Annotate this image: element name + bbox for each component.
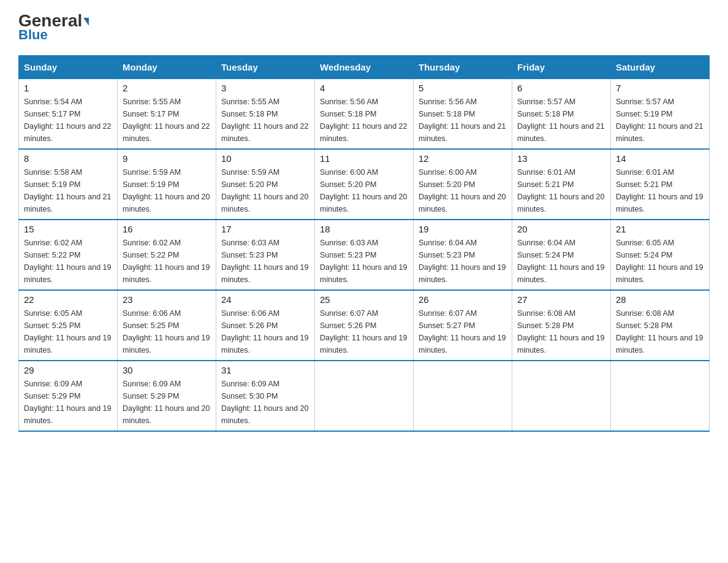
calendar-cell: 21Sunrise: 6:05 AMSunset: 5:24 PMDayligh… xyxy=(611,220,710,290)
day-number: 26 xyxy=(419,294,507,305)
day-info: Sunrise: 5:54 AMSunset: 5:17 PMDaylight:… xyxy=(24,96,112,145)
header-day-saturday: Saturday xyxy=(611,56,710,79)
day-info: Sunrise: 6:09 AMSunset: 5:29 PMDaylight:… xyxy=(123,378,211,427)
calendar-cell: 29Sunrise: 6:09 AMSunset: 5:29 PMDayligh… xyxy=(19,361,118,431)
header-day-monday: Monday xyxy=(118,56,216,79)
calendar-week-row: 29Sunrise: 6:09 AMSunset: 5:29 PMDayligh… xyxy=(19,361,710,431)
day-info: Sunrise: 5:56 AMSunset: 5:18 PMDaylight:… xyxy=(320,96,408,145)
calendar-cell: 11Sunrise: 6:00 AMSunset: 5:20 PMDayligh… xyxy=(315,149,414,220)
calendar-cell: 14Sunrise: 6:01 AMSunset: 5:21 PMDayligh… xyxy=(611,149,710,220)
day-info: Sunrise: 6:05 AMSunset: 5:24 PMDaylight:… xyxy=(616,237,704,286)
day-info: Sunrise: 6:01 AMSunset: 5:21 PMDaylight:… xyxy=(616,166,704,215)
day-number: 27 xyxy=(517,294,605,305)
day-number: 14 xyxy=(616,153,704,164)
calendar-cell: 17Sunrise: 6:03 AMSunset: 5:23 PMDayligh… xyxy=(216,220,315,290)
calendar-cell: 26Sunrise: 6:07 AMSunset: 5:27 PMDayligh… xyxy=(414,290,512,361)
day-number: 18 xyxy=(320,224,408,234)
calendar-cell: 6Sunrise: 5:57 AMSunset: 5:18 PMDaylight… xyxy=(512,79,611,150)
header-day-friday: Friday xyxy=(512,56,611,79)
logo: General Blue xyxy=(18,12,89,43)
day-number: 7 xyxy=(616,83,704,93)
day-info: Sunrise: 6:06 AMSunset: 5:26 PMDaylight:… xyxy=(221,307,309,356)
calendar-cell: 4Sunrise: 5:56 AMSunset: 5:18 PMDaylight… xyxy=(315,79,414,150)
day-number: 23 xyxy=(123,294,211,305)
calendar-cell: 24Sunrise: 6:06 AMSunset: 5:26 PMDayligh… xyxy=(216,290,315,361)
day-number: 17 xyxy=(221,224,309,234)
day-number: 11 xyxy=(320,153,408,164)
day-info: Sunrise: 6:01 AMSunset: 5:21 PMDaylight:… xyxy=(517,166,605,215)
calendar-cell: 10Sunrise: 5:59 AMSunset: 5:20 PMDayligh… xyxy=(216,149,315,220)
calendar-cell xyxy=(611,361,710,431)
calendar-cell: 15Sunrise: 6:02 AMSunset: 5:22 PMDayligh… xyxy=(19,220,118,290)
day-info: Sunrise: 6:08 AMSunset: 5:28 PMDaylight:… xyxy=(616,307,704,356)
day-number: 10 xyxy=(221,153,309,164)
day-number: 2 xyxy=(123,83,211,93)
day-number: 29 xyxy=(24,365,112,375)
calendar-cell: 23Sunrise: 6:06 AMSunset: 5:25 PMDayligh… xyxy=(118,290,216,361)
calendar-cell: 22Sunrise: 6:05 AMSunset: 5:25 PMDayligh… xyxy=(19,290,118,361)
calendar-cell: 8Sunrise: 5:58 AMSunset: 5:19 PMDaylight… xyxy=(19,149,118,220)
day-info: Sunrise: 5:56 AMSunset: 5:18 PMDaylight:… xyxy=(419,96,507,145)
day-number: 9 xyxy=(123,153,211,164)
calendar-week-row: 22Sunrise: 6:05 AMSunset: 5:25 PMDayligh… xyxy=(19,290,710,361)
calendar-week-row: 8Sunrise: 5:58 AMSunset: 5:19 PMDaylight… xyxy=(19,149,710,220)
day-number: 8 xyxy=(24,153,112,164)
day-number: 1 xyxy=(24,83,112,93)
day-info: Sunrise: 6:06 AMSunset: 5:25 PMDaylight:… xyxy=(123,307,211,356)
day-number: 31 xyxy=(221,365,309,375)
day-number: 12 xyxy=(419,153,507,164)
day-info: Sunrise: 6:04 AMSunset: 5:23 PMDaylight:… xyxy=(419,237,507,286)
calendar-cell: 20Sunrise: 6:04 AMSunset: 5:24 PMDayligh… xyxy=(512,220,611,290)
day-info: Sunrise: 5:55 AMSunset: 5:18 PMDaylight:… xyxy=(221,96,309,145)
day-number: 3 xyxy=(221,83,309,93)
day-info: Sunrise: 6:08 AMSunset: 5:28 PMDaylight:… xyxy=(517,307,605,356)
calendar-cell: 31Sunrise: 6:09 AMSunset: 5:30 PMDayligh… xyxy=(216,361,315,431)
calendar-cell: 7Sunrise: 5:57 AMSunset: 5:19 PMDaylight… xyxy=(611,79,710,150)
calendar-cell: 1Sunrise: 5:54 AMSunset: 5:17 PMDaylight… xyxy=(19,79,118,150)
day-info: Sunrise: 5:55 AMSunset: 5:17 PMDaylight:… xyxy=(123,96,211,145)
day-info: Sunrise: 6:00 AMSunset: 5:20 PMDaylight:… xyxy=(320,166,408,215)
calendar-cell xyxy=(315,361,414,431)
day-number: 28 xyxy=(616,294,704,305)
calendar-week-row: 15Sunrise: 6:02 AMSunset: 5:22 PMDayligh… xyxy=(19,220,710,290)
header-day-sunday: Sunday xyxy=(19,56,118,79)
calendar-cell: 3Sunrise: 5:55 AMSunset: 5:18 PMDaylight… xyxy=(216,79,315,150)
day-number: 21 xyxy=(616,224,704,234)
header-day-thursday: Thursday xyxy=(414,56,512,79)
day-info: Sunrise: 6:09 AMSunset: 5:29 PMDaylight:… xyxy=(24,378,112,427)
calendar-cell: 28Sunrise: 6:08 AMSunset: 5:28 PMDayligh… xyxy=(611,290,710,361)
calendar-cell: 27Sunrise: 6:08 AMSunset: 5:28 PMDayligh… xyxy=(512,290,611,361)
logo-blue: Blue xyxy=(18,27,48,43)
day-info: Sunrise: 5:58 AMSunset: 5:19 PMDaylight:… xyxy=(24,166,112,215)
day-info: Sunrise: 6:07 AMSunset: 5:26 PMDaylight:… xyxy=(320,307,408,356)
calendar-cell: 18Sunrise: 6:03 AMSunset: 5:23 PMDayligh… xyxy=(315,220,414,290)
day-number: 5 xyxy=(419,83,507,93)
day-number: 24 xyxy=(221,294,309,305)
day-info: Sunrise: 5:57 AMSunset: 5:19 PMDaylight:… xyxy=(616,96,704,145)
day-number: 30 xyxy=(123,365,211,375)
day-info: Sunrise: 5:59 AMSunset: 5:20 PMDaylight:… xyxy=(221,166,309,215)
day-number: 20 xyxy=(517,224,605,234)
calendar-week-row: 1Sunrise: 5:54 AMSunset: 5:17 PMDaylight… xyxy=(19,79,710,150)
day-info: Sunrise: 6:07 AMSunset: 5:27 PMDaylight:… xyxy=(419,307,507,356)
day-info: Sunrise: 6:04 AMSunset: 5:24 PMDaylight:… xyxy=(517,237,605,286)
calendar-cell: 9Sunrise: 5:59 AMSunset: 5:19 PMDaylight… xyxy=(118,149,216,220)
day-number: 13 xyxy=(517,153,605,164)
day-info: Sunrise: 6:00 AMSunset: 5:20 PMDaylight:… xyxy=(419,166,507,215)
day-number: 25 xyxy=(320,294,408,305)
day-number: 19 xyxy=(419,224,507,234)
calendar-cell: 25Sunrise: 6:07 AMSunset: 5:26 PMDayligh… xyxy=(315,290,414,361)
day-number: 22 xyxy=(24,294,112,305)
day-info: Sunrise: 6:09 AMSunset: 5:30 PMDaylight:… xyxy=(221,378,309,427)
calendar-cell xyxy=(512,361,611,431)
calendar-header-row: SundayMondayTuesdayWednesdayThursdayFrid… xyxy=(19,56,710,79)
calendar-cell: 12Sunrise: 6:00 AMSunset: 5:20 PMDayligh… xyxy=(414,149,512,220)
day-info: Sunrise: 6:03 AMSunset: 5:23 PMDaylight:… xyxy=(221,237,309,286)
day-info: Sunrise: 6:02 AMSunset: 5:22 PMDaylight:… xyxy=(123,237,211,286)
day-info: Sunrise: 6:02 AMSunset: 5:22 PMDaylight:… xyxy=(24,237,112,286)
calendar-cell: 19Sunrise: 6:04 AMSunset: 5:23 PMDayligh… xyxy=(414,220,512,290)
header-day-wednesday: Wednesday xyxy=(315,56,414,79)
day-info: Sunrise: 5:59 AMSunset: 5:19 PMDaylight:… xyxy=(123,166,211,215)
day-number: 16 xyxy=(123,224,211,234)
calendar-cell: 2Sunrise: 5:55 AMSunset: 5:17 PMDaylight… xyxy=(118,79,216,150)
